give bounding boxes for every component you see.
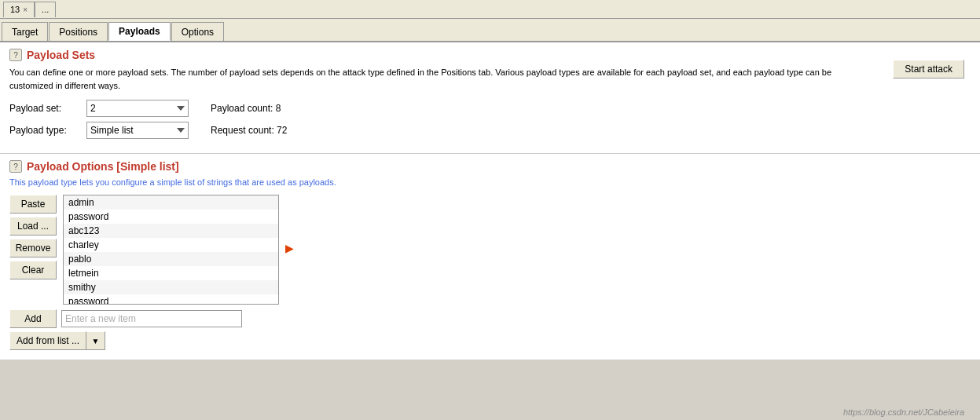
payload-sets-description: You can define one or more payload sets.… <box>9 66 874 92</box>
payload-type-select[interactable]: Simple list Runtime file Numbers <box>86 122 189 139</box>
list-item[interactable]: letmein <box>64 266 278 280</box>
tab-positions[interactable]: Positions <box>49 22 108 41</box>
section-header: ? Payload Sets <box>9 49 971 61</box>
payload-set-select[interactable]: 1 2 <box>86 100 189 117</box>
payload-sets-title: Payload Sets <box>27 49 95 61</box>
list-item[interactable]: password <box>64 294 278 305</box>
add-row: Add <box>9 309 971 328</box>
payload-list[interactable]: adminpasswordabc123charleypabloletmeinsm… <box>63 195 279 305</box>
add-from-list-dropdown-icon[interactable]: ▼ <box>86 331 105 350</box>
payload-options-section: ? Payload Options [Simple list] This pay… <box>0 154 980 360</box>
list-item[interactable]: smithy <box>64 280 278 294</box>
list-item[interactable]: password <box>64 210 278 224</box>
clear-button[interactable]: Clear <box>9 261 57 279</box>
payload-options-description: This payload type lets you configure a s… <box>9 177 971 187</box>
payload-set-label: Payload set: <box>9 103 80 114</box>
tab-options[interactable]: Options <box>171 22 224 41</box>
add-button[interactable]: Add <box>9 309 57 328</box>
tab-payloads[interactable]: Payloads <box>108 22 171 41</box>
payload-options-header: ? Payload Options [Simple list] <box>9 160 971 173</box>
list-item[interactable]: charley <box>64 238 278 252</box>
payload-type-label: Payload type: <box>9 125 80 136</box>
payload-count-info: Payload count: 8 <box>211 103 281 114</box>
load-button[interactable]: Load ... <box>9 217 57 236</box>
add-item-input[interactable] <box>61 310 242 327</box>
payload-sets-section: ? Payload Sets You can define one or mor… <box>0 42 980 154</box>
list-container: Paste Load ... Remove Clear adminpasswor… <box>9 195 971 305</box>
list-item[interactable]: abc123 <box>64 224 278 238</box>
payload-options-title: Payload Options [Simple list] <box>27 160 179 173</box>
ellipsis-tab[interactable]: ... <box>35 2 56 17</box>
paste-button[interactable]: Paste <box>9 195 57 214</box>
start-attack-button[interactable]: Start attack <box>893 60 964 79</box>
tab-number: 13 <box>10 5 20 14</box>
title-bar: 13 × ... <box>0 0 980 19</box>
close-icon[interactable]: × <box>23 5 28 14</box>
payload-type-row: Payload type: Simple list Runtime file N… <box>9 122 971 139</box>
add-from-list-row: Add from list ... ▼ <box>9 331 971 350</box>
help-icon[interactable]: ? <box>9 49 22 61</box>
nav-tabs: Target Positions Payloads Options <box>0 19 980 42</box>
window-tab[interactable]: 13 × <box>3 2 35 17</box>
list-item[interactable]: admin <box>64 195 278 210</box>
tab-target[interactable]: Target <box>2 22 48 41</box>
add-from-list-button[interactable]: Add from list ... <box>9 331 86 350</box>
payload-set-row: Payload set: 1 2 Payload count: 8 <box>9 100 971 117</box>
list-arrow-icon: ▶ <box>285 195 294 254</box>
payload-options-help-icon[interactable]: ? <box>9 160 22 173</box>
main-content: ? Payload Sets You can define one or mor… <box>0 42 980 360</box>
add-from-list-label: Add from list ... <box>17 335 79 346</box>
list-action-buttons: Paste Load ... Remove Clear <box>9 195 57 279</box>
remove-button[interactable]: Remove <box>9 239 57 257</box>
watermark: https://blog.csdn.net/JCabeleira <box>843 407 964 417</box>
request-count-info: Request count: 72 <box>211 125 287 136</box>
list-item[interactable]: pablo <box>64 252 278 266</box>
